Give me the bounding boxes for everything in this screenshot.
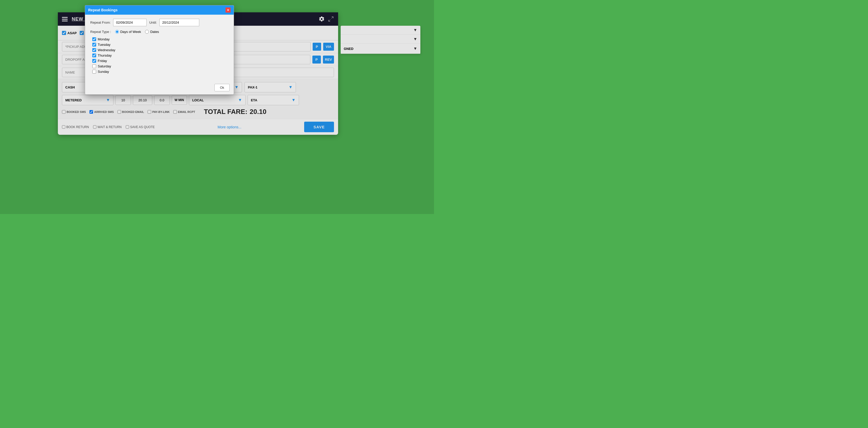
saturday-checkbox[interactable] (92, 64, 96, 68)
thursday-checkbox[interactable] (92, 54, 96, 57)
repeat-from-row: Repeat From: Until: (90, 19, 228, 26)
ok-button[interactable]: Ok (214, 84, 229, 91)
days-grid: Monday Tuesday Wednesday Thursday Friday… (90, 37, 228, 73)
repeat-type-row: Repeat Type : Days of Week Dates (90, 30, 228, 34)
tuesday-label: Tuesday (98, 43, 110, 47)
repeat-type-label: Repeat Type : (90, 30, 111, 34)
dates-radio[interactable] (145, 30, 149, 34)
wednesday-label: Wednesday (98, 48, 115, 52)
modal-close-button[interactable]: × (225, 7, 230, 12)
until-label: Until: (149, 21, 157, 25)
modal-body: Repeat From: Until: Repeat Type : Days o… (85, 15, 234, 82)
sunday-checkbox[interactable] (92, 70, 96, 73)
thursday-label: Thursday (98, 54, 112, 57)
days-of-week-label: Days of Week (120, 30, 141, 34)
friday-label: Friday (98, 59, 107, 63)
modal-header: Repeat Bookings × (85, 5, 234, 15)
monday-option[interactable]: Monday (92, 37, 228, 41)
friday-option[interactable]: Friday (92, 59, 228, 63)
tuesday-option[interactable]: Tuesday (92, 43, 228, 47)
wednesday-option[interactable]: Wednesday (92, 48, 228, 52)
saturday-label: Saturday (98, 64, 111, 68)
days-of-week-option[interactable]: Days of Week (115, 30, 141, 34)
repeat-from-label: Repeat From: (90, 21, 111, 25)
until-input[interactable] (159, 19, 199, 26)
repeat-from-input[interactable] (113, 19, 147, 26)
repeat-bookings-modal: Repeat Bookings × Repeat From: Until: Re… (85, 5, 234, 95)
thursday-option[interactable]: Thursday (92, 54, 228, 57)
sunday-label: Sunday (98, 70, 109, 73)
monday-checkbox[interactable] (92, 37, 96, 41)
modal-footer: Ok (85, 82, 234, 94)
monday-label: Monday (98, 37, 110, 41)
modal-title: Repeat Bookings (88, 8, 118, 12)
days-of-week-radio[interactable] (115, 30, 119, 34)
saturday-option[interactable]: Saturday (92, 64, 228, 68)
wednesday-checkbox[interactable] (92, 48, 96, 52)
dates-label: Dates (150, 30, 159, 34)
friday-checkbox[interactable] (92, 59, 96, 63)
sunday-option[interactable]: Sunday (92, 70, 228, 73)
dates-option[interactable]: Dates (145, 30, 159, 34)
tuesday-checkbox[interactable] (92, 43, 96, 47)
